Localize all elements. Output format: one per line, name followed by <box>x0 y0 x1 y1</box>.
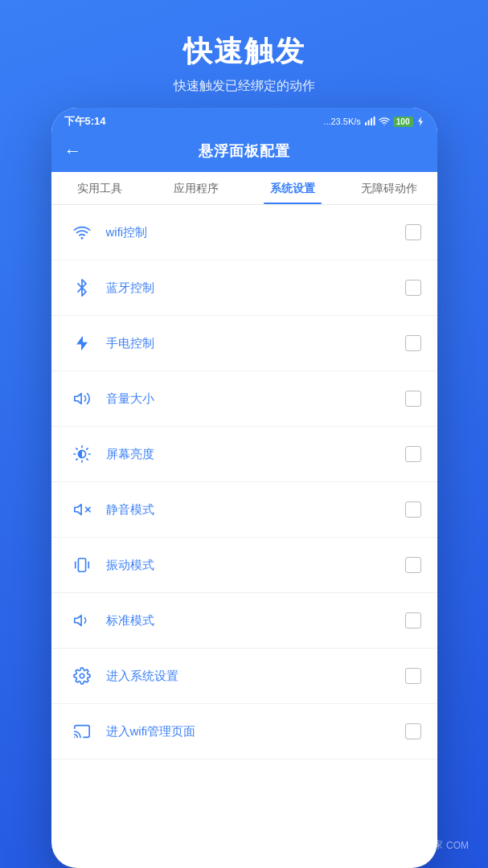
wifi-icon <box>68 218 96 247</box>
watermark: ✦ 电脑之家 COM <box>392 838 469 852</box>
item-label: wifi控制 <box>106 225 405 240</box>
svg-rect-13 <box>78 559 85 572</box>
item-label: 音量大小 <box>106 391 405 407</box>
list-item[interactable]: 蓝牙控制 <box>51 260 437 316</box>
network-speed: ...23.5K/s <box>323 117 360 126</box>
back-button[interactable]: ← <box>64 141 82 162</box>
item-label: 进入系统设置 <box>106 669 405 684</box>
item-label: 静音模式 <box>106 502 405 518</box>
item-label: 屏幕亮度 <box>106 447 405 462</box>
bluetooth-icon <box>68 273 96 302</box>
status-bar: 下午5:14 ...23.5K/s 100 <box>51 108 437 132</box>
tabs-bar: 实用工具 应用程序 系统设置 无障碍动作 <box>51 172 437 205</box>
status-time: 下午5:14 <box>64 114 106 129</box>
item-label: 蓝牙控制 <box>106 280 405 296</box>
list-container: wifi控制 蓝牙控制 手电控制 <box>51 205 437 760</box>
item-label: 进入wifi管理页面 <box>106 724 405 739</box>
svg-rect-3 <box>373 117 375 125</box>
item-checkbox[interactable] <box>405 557 421 573</box>
list-item[interactable]: wifi控制 <box>51 205 437 260</box>
list-item[interactable]: 标准模式 <box>51 593 437 649</box>
phone-frame: 下午5:14 ...23.5K/s 100 <box>51 108 437 868</box>
svg-marker-10 <box>74 505 80 515</box>
tab-system[interactable]: 系统设置 <box>244 172 341 204</box>
settings-icon <box>68 661 96 690</box>
svg-marker-7 <box>74 394 80 404</box>
item-label: 振动模式 <box>106 558 405 573</box>
list-item[interactable]: 振动模式 <box>51 538 437 593</box>
charging-icon <box>416 116 424 127</box>
tab-tools[interactable]: 实用工具 <box>51 172 148 204</box>
svg-point-4 <box>383 125 384 125</box>
flash-icon <box>68 329 96 358</box>
item-checkbox[interactable] <box>405 280 421 296</box>
item-checkbox[interactable] <box>405 668 421 684</box>
wifi-status-icon <box>379 116 390 127</box>
page-subtitle: 快速触发已经绑定的动作 <box>0 78 488 95</box>
list-item[interactable]: 静音模式 <box>51 482 437 538</box>
signal-icon <box>364 116 375 127</box>
svg-marker-16 <box>74 616 80 626</box>
app-header-title: 悬浮面板配置 <box>199 141 290 161</box>
item-checkbox[interactable] <box>405 502 421 518</box>
mute-icon <box>68 495 96 524</box>
item-checkbox[interactable] <box>405 612 421 628</box>
item-label: 手电控制 <box>106 336 405 351</box>
page-header: 快速触发 快速触发已经绑定的动作 <box>0 0 488 108</box>
cast-icon <box>68 717 96 746</box>
list-item[interactable]: 进入wifi管理页面 <box>51 704 437 760</box>
svg-rect-0 <box>365 122 367 125</box>
app-header: ← 悬浮面板配置 <box>51 132 437 172</box>
list-item[interactable]: 屏幕亮度 <box>51 427 437 482</box>
item-checkbox[interactable] <box>405 224 421 240</box>
watermark-site: 电脑之家 <box>404 838 443 852</box>
list-item[interactable]: 音量大小 <box>51 371 437 427</box>
svg-point-5 <box>80 237 83 240</box>
item-label: 标准模式 <box>106 613 405 628</box>
volume-icon <box>68 384 96 413</box>
vibrate-icon <box>68 551 96 579</box>
svg-marker-6 <box>76 336 88 350</box>
item-checkbox[interactable] <box>405 391 421 407</box>
list-item[interactable]: 手电控制 <box>51 316 437 371</box>
tab-apps[interactable]: 应用程序 <box>148 172 244 204</box>
item-checkbox[interactable] <box>405 335 421 351</box>
tab-accessibility[interactable]: 无障碍动作 <box>341 172 437 204</box>
svg-rect-2 <box>371 118 372 125</box>
watermark-domain: COM <box>446 840 469 851</box>
item-checkbox[interactable] <box>405 723 421 739</box>
brightness-icon <box>68 440 96 469</box>
sound-icon <box>68 606 96 635</box>
page-title: 快速触发 <box>0 32 488 72</box>
status-right: ...23.5K/s 100 <box>323 116 424 127</box>
item-checkbox[interactable] <box>405 446 421 462</box>
list-item[interactable]: 进入系统设置 <box>51 649 437 704</box>
svg-point-17 <box>80 674 84 678</box>
svg-rect-1 <box>367 121 369 126</box>
battery-indicator: 100 <box>393 117 413 127</box>
